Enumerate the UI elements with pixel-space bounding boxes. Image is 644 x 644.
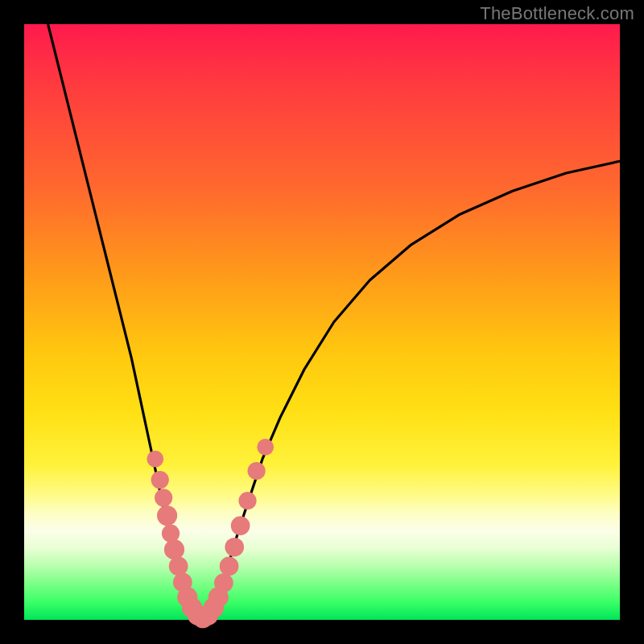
curve-marker [147,451,163,468]
curve-marker [157,506,177,526]
curve-marker [214,573,233,592]
curve-marker [231,516,250,535]
curve-marker [220,557,239,576]
chart-overlay-svg [24,24,620,620]
marker-group [147,439,274,628]
curve-marker [238,492,256,510]
curve-marker [162,525,180,543]
curve-marker [225,538,244,557]
curve-marker [151,471,169,489]
curve-marker [257,439,274,456]
curve-marker [169,557,188,576]
curve-marker [164,539,184,559]
curve-marker [155,489,172,506]
bottleneck-curve [48,24,620,620]
curve-marker [248,462,266,480]
watermark-text: TheBottleneck.com [480,3,634,24]
chart-frame: TheBottleneck.com [0,0,644,644]
